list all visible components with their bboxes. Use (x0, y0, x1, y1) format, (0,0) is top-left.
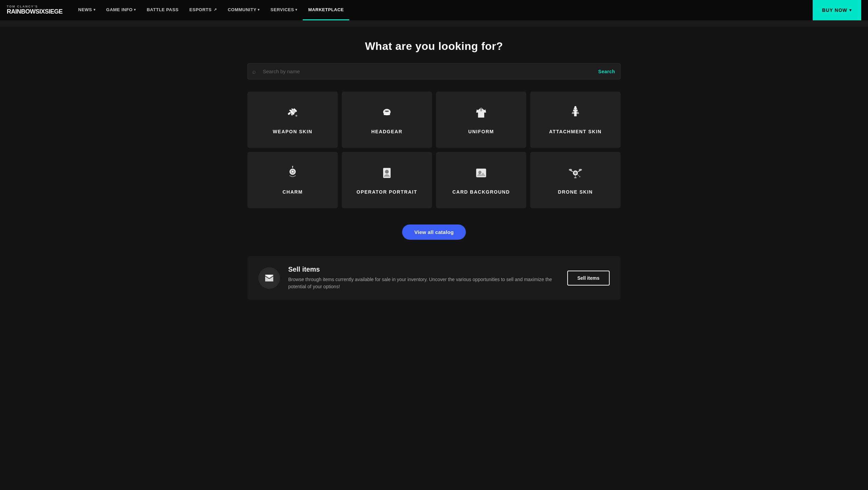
svg-point-0 (295, 115, 297, 117)
nav-item-community[interactable]: COMMUNITY ▾ (222, 0, 265, 20)
svg-point-20 (574, 172, 576, 174)
svg-point-23 (569, 169, 572, 171)
category-card-headgear[interactable]: HEADGEAR (342, 92, 432, 148)
category-label-card-background: CARD BACKGROUND (452, 189, 510, 195)
category-label-weapon-skin: WEAPON SKIN (273, 129, 313, 134)
svg-point-12 (292, 171, 294, 173)
chevron-down-icon: ▾ (94, 8, 96, 12)
category-label-drone-skin: DRONE SKIN (558, 189, 593, 195)
category-card-charm[interactable]: CHARM (248, 152, 338, 208)
sell-description: Browse through items currently available… (288, 276, 559, 290)
nav-item-services[interactable]: SERVICES ▾ (265, 0, 303, 20)
svg-rect-26 (574, 177, 576, 178)
section-title: What are you looking for? (237, 40, 631, 53)
category-card-weapon-skin[interactable]: WEAPON SKIN (248, 92, 338, 148)
svg-line-27 (577, 174, 579, 176)
view-all-catalog-button[interactable]: View all catalog (402, 224, 466, 240)
drone-skin-icon (568, 165, 583, 184)
weapon-skin-icon (285, 105, 300, 123)
svg-point-28 (579, 176, 580, 177)
category-card-drone-skin[interactable]: DRONE SKIN (530, 152, 620, 208)
category-label-headgear: HEADGEAR (371, 129, 402, 134)
svg-point-24 (579, 169, 582, 171)
logo-line2: RAINBOWSIXSIEGE (7, 8, 63, 15)
navbar: TOM CLANCY'S RAINBOWSIXSIEGE NEWS ▾ GAME… (0, 0, 868, 20)
sell-items-banner: Sell items Browse through items currentl… (248, 256, 620, 300)
sell-items-button[interactable]: Sell items (567, 271, 610, 286)
site-logo[interactable]: TOM CLANCY'S RAINBOWSIXSIEGE (7, 5, 63, 15)
category-label-attachment-skin: ATTACHMENT SKIN (549, 129, 602, 134)
sell-title: Sell items (288, 266, 559, 273)
category-grid: WEAPON SKIN HEADGEAR (248, 92, 620, 208)
svg-point-16 (385, 170, 389, 174)
svg-point-3 (384, 114, 390, 116)
category-card-uniform[interactable]: UNIFORM (436, 92, 526, 148)
attachment-skin-icon (568, 105, 583, 123)
category-label-charm: CHARM (282, 189, 303, 195)
category-label-operator-portrait: OPERATOR PORTRAIT (357, 189, 417, 195)
nav-item-gameinfo[interactable]: GAME INFO ▾ (101, 0, 141, 20)
buy-now-button[interactable]: BUY NOW ▾ (813, 0, 861, 20)
svg-point-9 (576, 109, 577, 110)
main-content: What are you looking for? ⌕ Search WEAPO… (237, 26, 631, 320)
operator-portrait-icon (379, 165, 394, 184)
nav-item-news[interactable]: NEWS ▾ (73, 0, 101, 20)
category-label-uniform: UNIFORM (468, 129, 494, 134)
nav-item-marketplace[interactable]: MARKETPLACE (303, 0, 349, 20)
svg-point-18 (478, 171, 481, 174)
headgear-icon (379, 105, 394, 123)
sell-text-block: Sell items Browse through items currentl… (288, 266, 559, 290)
svg-point-7 (574, 106, 576, 108)
card-background-icon (474, 165, 489, 184)
search-input[interactable] (248, 63, 620, 79)
category-card-operator-portrait[interactable]: OPERATOR PORTRAIT (342, 152, 432, 208)
nav-item-battlepass[interactable]: BATTLE PASS (141, 0, 184, 20)
svg-point-14 (292, 166, 293, 167)
category-card-card-background[interactable]: CARD BACKGROUND (436, 152, 526, 208)
charm-icon (285, 165, 300, 184)
chevron-down-icon: ▾ (258, 8, 260, 12)
svg-point-5 (386, 111, 388, 112)
uniform-icon (474, 105, 489, 123)
view-all-container: View all catalog (237, 224, 631, 240)
nav-item-esports[interactable]: ESPORTS (184, 0, 222, 20)
search-icon: ⌕ (252, 68, 256, 75)
search-button[interactable]: Search (598, 69, 615, 74)
svg-rect-6 (480, 109, 482, 111)
chevron-down-icon: ▾ (295, 8, 297, 12)
top-banner (0, 20, 868, 26)
chevron-down-icon: ▾ (134, 8, 136, 12)
nav-links: NEWS ▾ GAME INFO ▾ BATTLE PASS ESPORTS C… (73, 0, 813, 20)
chevron-down-icon: ▾ (849, 8, 852, 13)
sell-icon (258, 267, 280, 289)
category-card-attachment-skin[interactable]: ATTACHMENT SKIN (530, 92, 620, 148)
svg-point-8 (574, 109, 575, 110)
search-container: ⌕ Search (248, 63, 620, 79)
